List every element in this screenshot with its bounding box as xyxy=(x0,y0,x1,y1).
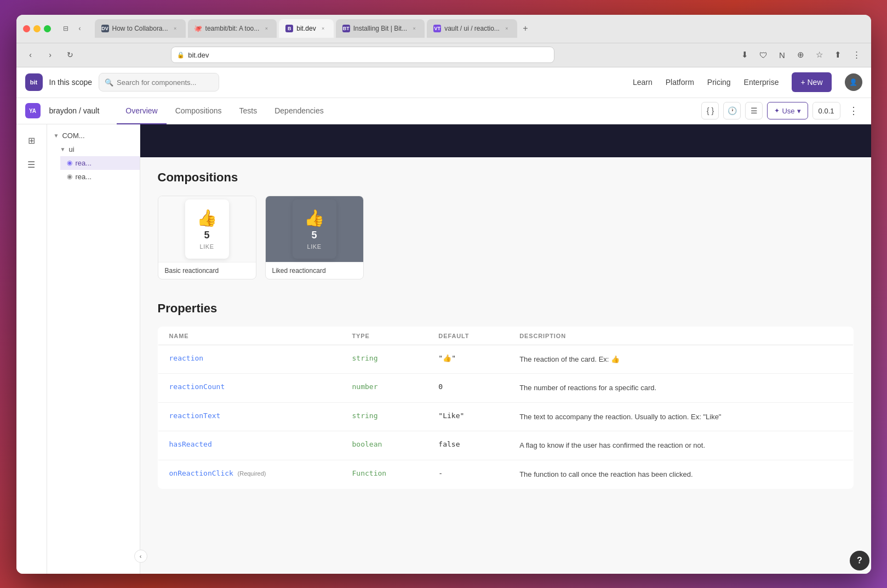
share-button[interactable]: ⬆ xyxy=(830,47,845,62)
browser-tab-1[interactable]: DV How to Collabora... × xyxy=(95,19,186,38)
history-button[interactable]: 🕐 xyxy=(723,102,741,119)
nav-forward-btn[interactable]: › xyxy=(43,47,58,62)
tab-close-1[interactable]: × xyxy=(171,25,179,32)
tab-favicon-2: 🐙 xyxy=(194,25,202,32)
search-box[interactable]: 🔍 xyxy=(99,73,219,92)
browser-tab-5[interactable]: VT vault / ui / reactio... × xyxy=(427,19,517,38)
tab-label-2: teambit/bit: A too... xyxy=(205,25,260,32)
tab-close-4[interactable]: × xyxy=(410,25,418,32)
tree-item-ui-label: ui xyxy=(68,145,74,153)
tab-label-1: How to Collabora... xyxy=(112,25,168,32)
search-icon: 🔍 xyxy=(105,78,113,87)
prop-type-onreactionclick: Function xyxy=(352,469,387,477)
reaction-count-basic: 5 xyxy=(204,230,209,241)
cast-button[interactable]: ⊕ xyxy=(793,47,808,62)
browser-tab-3[interactable]: B bit.dev × xyxy=(279,19,333,38)
tab-compositions[interactable]: Compositions xyxy=(167,98,231,124)
more-actions-button[interactable]: ⋮ xyxy=(849,47,864,62)
app-logo[interactable]: bit xyxy=(25,73,43,91)
minimize-button[interactable] xyxy=(33,25,41,32)
tab-favicon-4: BT xyxy=(342,25,350,32)
profiles-button[interactable]: N xyxy=(774,47,789,62)
app-topbar: bit In this scope 🔍 Learn Platform Prici… xyxy=(16,67,871,98)
tab-tests[interactable]: Tests xyxy=(231,98,266,124)
prop-type-reactioncount: number xyxy=(352,383,378,391)
download-button[interactable]: ⬇ xyxy=(737,47,752,62)
app-window: ⊟ ‹ DV How to Collabora... × 🐙 teambit/b… xyxy=(16,15,871,574)
use-icon: ✦ xyxy=(774,107,780,115)
tree-item-rea1[interactable]: ◉ rea... xyxy=(60,156,140,170)
prop-type-reactiontext: string xyxy=(352,412,378,420)
lock-icon: 🔒 xyxy=(177,52,185,59)
new-button[interactable]: + New xyxy=(792,72,831,92)
nav-learn[interactable]: Learn xyxy=(633,78,653,87)
extensions-button[interactable]: 🛡 xyxy=(756,47,771,62)
more-options-button[interactable]: ⋮ xyxy=(845,102,862,119)
new-tab-button[interactable]: + xyxy=(519,22,531,35)
tree-item-rea2-label: rea... xyxy=(76,173,92,181)
prop-desc-reactioncount: The number of reactions for a specific c… xyxy=(519,384,656,392)
tree-arrow-ui-icon: ▼ xyxy=(60,146,66,152)
nav-back-button[interactable]: ‹ xyxy=(74,22,86,35)
tree-sidebar: ▼ COM... ▼ ui ◉ rea... ◉ rea... xyxy=(47,124,140,574)
col-description: DESCRIPTION xyxy=(508,327,853,345)
scope-label: In this scope xyxy=(49,78,93,87)
component-bar: YA braydon / vault Overview Compositions… xyxy=(16,98,871,124)
compositions-section: Compositions 👍 5 LIKE Basic reactioncard xyxy=(140,157,871,503)
layout-button[interactable]: ☰ xyxy=(745,102,763,119)
tree-component-icon-1: ◉ xyxy=(67,159,72,167)
collapse-sidebar-button[interactable]: ‹ xyxy=(134,550,147,563)
browser-tab-2[interactable]: 🐙 teambit/bit: A too... × xyxy=(188,19,277,38)
tab-label-4: Installing Bit | Bit... xyxy=(353,25,408,32)
reaction-emoji-basic: 👍 xyxy=(197,208,217,227)
close-button[interactable] xyxy=(23,25,30,32)
sidebar-toggle-button[interactable]: ⊟ xyxy=(60,22,72,35)
nav-back-btn[interactable]: ‹ xyxy=(23,47,38,62)
maximize-button[interactable] xyxy=(44,25,51,32)
table-row: reactionCount number 0 The number of rea… xyxy=(158,374,853,403)
reaction-text-liked: LIKE xyxy=(307,243,321,250)
nav-platform[interactable]: Platform xyxy=(666,78,694,87)
tree-item-rea2[interactable]: ◉ rea... xyxy=(60,170,140,184)
tree-arrow-icon: ▼ xyxy=(54,133,59,139)
table-row: onReactionClick (Required) Function - Th… xyxy=(158,460,853,489)
prop-default-reactioncount: 0 xyxy=(438,383,443,391)
browser-tabs-bar: DV How to Collabora... × 🐙 teambit/bit: … xyxy=(95,19,865,38)
prop-type-hasreacted: boolean xyxy=(352,440,382,448)
tab-dependencies[interactable]: Dependencies xyxy=(266,98,333,124)
tab-close-5[interactable]: × xyxy=(503,25,511,32)
use-button[interactable]: ✦ Use ▾ xyxy=(767,102,808,119)
composition-preview-liked: 👍 5 LIKE xyxy=(266,196,363,262)
content-area: Compositions 👍 5 LIKE Basic reactioncard xyxy=(140,124,871,574)
composition-card-liked[interactable]: 👍 5 LIKE Liked reactioncard xyxy=(265,196,364,279)
sidebar-icon-grid[interactable]: ⊞ xyxy=(21,131,41,151)
prop-default-hasreacted: false xyxy=(438,440,460,448)
use-chevron-icon: ▾ xyxy=(797,107,801,115)
prop-desc-hasreacted: A flag to know if the user has confirmed… xyxy=(519,441,705,449)
nav-enterprise[interactable]: Enterprise xyxy=(744,78,779,87)
properties-table: NAME TYPE DEFAULT DESCRIPTION reaction s… xyxy=(158,327,854,489)
tree-item-ui[interactable]: ▼ ui xyxy=(54,142,140,156)
nav-refresh-btn[interactable]: ↻ xyxy=(62,47,78,62)
help-button[interactable]: ? xyxy=(850,551,869,570)
prop-type-reaction: string xyxy=(352,354,378,362)
nav-pricing[interactable]: Pricing xyxy=(707,78,731,87)
address-bar[interactable]: 🔒 bit.dev xyxy=(171,47,554,63)
prop-required-label: (Required) xyxy=(238,470,266,477)
browser-tab-4[interactable]: BT Installing Bit | Bit... × xyxy=(336,19,425,38)
tree-item-com[interactable]: ▼ COM... xyxy=(47,129,140,142)
avatar[interactable]: 👤 xyxy=(845,73,862,91)
tab-overview[interactable]: Overview xyxy=(117,98,166,124)
composition-card-basic[interactable]: 👍 5 LIKE Basic reactioncard xyxy=(158,196,256,279)
search-input[interactable] xyxy=(117,78,213,87)
table-row: reactionText string "Like" The text to a… xyxy=(158,402,853,431)
compositions-grid: 👍 5 LIKE Basic reactioncard 👍 5 xyxy=(158,196,854,279)
bookmark-button[interactable]: ☆ xyxy=(811,47,827,62)
prop-desc-reactiontext: The text to accompany the reaction. Usua… xyxy=(519,413,721,421)
sidebar-icon-list[interactable]: ☰ xyxy=(21,155,41,175)
table-row: reaction string "👍" The reaction of the … xyxy=(158,345,853,374)
tree-item-com-label: COM... xyxy=(62,132,84,140)
tab-close-2[interactable]: × xyxy=(262,25,270,32)
code-view-button[interactable]: { } xyxy=(701,102,719,119)
tab-close-3[interactable]: × xyxy=(319,25,327,32)
